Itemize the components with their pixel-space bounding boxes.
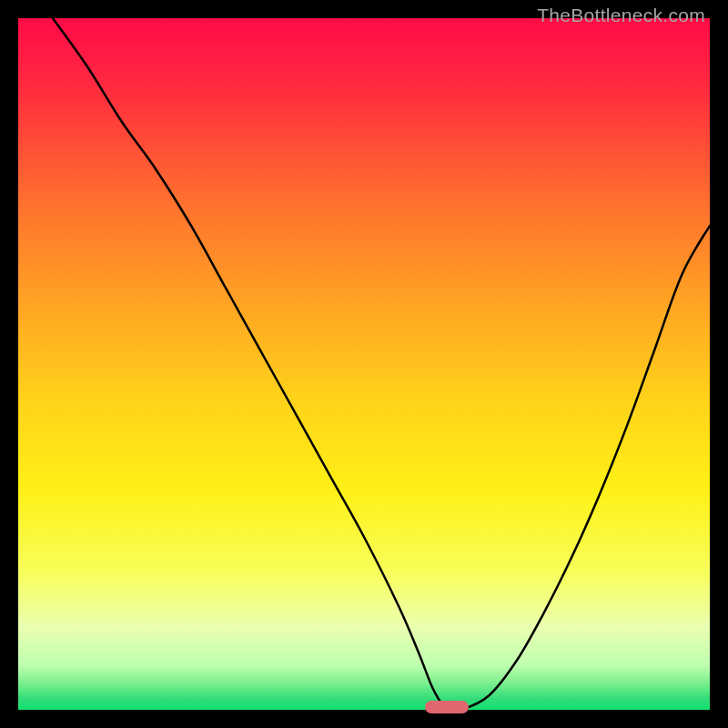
chart-container: TheBottleneck.com — [0, 0, 728, 728]
optimal-marker — [425, 701, 469, 713]
plot-area — [18, 18, 710, 710]
gradient-background — [18, 18, 710, 710]
watermark-text: TheBottleneck.com — [537, 5, 705, 26]
svg-rect-0 — [18, 18, 710, 710]
